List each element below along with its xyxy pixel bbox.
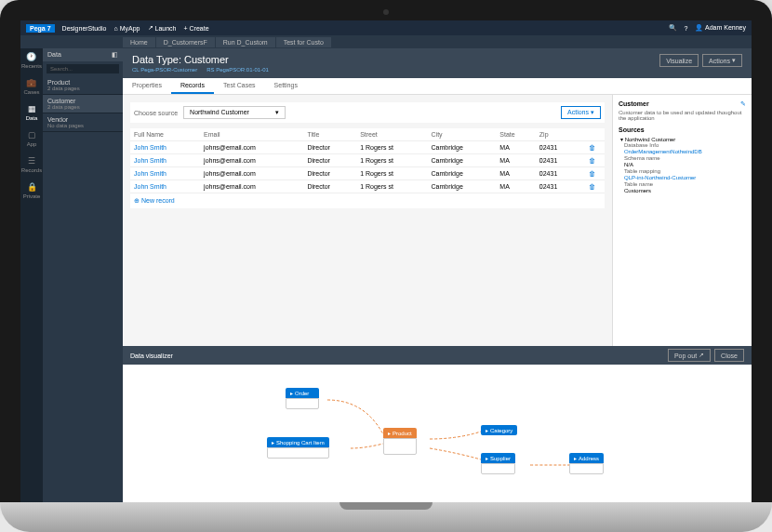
records-table: Full NameEmailTitleStreetCityStateZip Jo… xyxy=(130,128,605,193)
visualize-button[interactable]: Visualize xyxy=(659,54,699,67)
info-label: Schema name xyxy=(624,155,746,161)
table-cell: johns@email.com xyxy=(200,167,303,180)
tab-home[interactable]: Home xyxy=(123,37,155,47)
node-supplier[interactable]: ▸ Supplier Address xyxy=(481,453,515,474)
source-select[interactable]: Northwind Customer▾ xyxy=(183,106,286,119)
collapse-icon[interactable]: ◧ xyxy=(112,51,118,59)
table-header[interactable]: State xyxy=(496,128,536,141)
source-actions-button[interactable]: Actions ▾ xyxy=(561,106,601,119)
actions-button[interactable]: Actions ▾ xyxy=(702,54,742,67)
create-menu[interactable]: + Create xyxy=(183,25,208,32)
side-panel: Data ◧ Search... Product2 data pages Cus… xyxy=(43,48,123,502)
launch-menu[interactable]: ↗ Launch xyxy=(148,24,177,32)
delete-icon[interactable]: 🗑 xyxy=(580,180,605,193)
table-header[interactable]: City xyxy=(428,128,497,141)
table-header[interactable]: Full Name xyxy=(130,128,200,141)
table-cell: 02431 xyxy=(536,167,580,180)
tab-customers[interactable]: D_CustomersF xyxy=(156,37,215,47)
table-cell: 1 Rogers st xyxy=(356,141,427,154)
tab-test[interactable]: Test for Custo xyxy=(276,37,331,47)
work-tabs: Properties Records Test Cases Settings xyxy=(123,78,752,95)
table-cell: 1 Rogers st xyxy=(356,154,427,167)
app-icon: ▢ xyxy=(27,130,36,140)
node-cart[interactable]: ▸ Shopping Cart Item Product xyxy=(267,437,329,459)
table-cell: Cambridge xyxy=(428,167,497,180)
new-record-button[interactable]: ⊕ New record xyxy=(130,193,605,208)
search-input[interactable]: Search... xyxy=(47,64,119,73)
tab-settings[interactable]: Settings xyxy=(265,78,307,94)
table-cell: MA xyxy=(496,154,536,167)
myapp-menu[interactable]: ⌂ MyApp xyxy=(113,25,140,32)
table-cell: 1 Rogers st xyxy=(356,180,427,193)
rail-app[interactable]: ▢App xyxy=(27,130,37,147)
tab-properties[interactable]: Properties xyxy=(123,78,171,94)
help-icon[interactable]: ? xyxy=(685,25,688,32)
info-value: N/A xyxy=(624,162,746,167)
tab-bar: Home D_CustomersF Run D_Custom Test for … xyxy=(20,35,752,48)
table-header[interactable]: Street xyxy=(356,128,427,141)
node-order[interactable]: ▸ Order Products xyxy=(286,388,319,409)
content-header: Visualize Actions ▾ Data Type: Customer … xyxy=(123,48,752,78)
chevron-down-icon: ▾ xyxy=(275,109,279,116)
table-cell[interactable]: John Smith xyxy=(130,154,200,167)
table-header[interactable]: Zip xyxy=(536,128,580,141)
table-row: John Smithjohns@email.comDirector1 Roger… xyxy=(130,180,605,193)
clock-icon: 🕐 xyxy=(27,52,36,61)
lock-icon: 🔒 xyxy=(27,182,36,192)
rail-records[interactable]: ☰Records xyxy=(21,156,42,173)
briefcase-icon: 💼 xyxy=(27,78,36,87)
table-cell: 1 Rogers st xyxy=(356,167,427,180)
tab-records[interactable]: Records xyxy=(171,78,214,94)
info-title: Customer xyxy=(619,100,649,107)
table-row: John Smithjohns@email.comDirector1 Roger… xyxy=(130,154,605,167)
viz-canvas[interactable]: ▸ Order Products ▸ Shopping Cart Item Pr… xyxy=(123,365,752,502)
info-desc: Customer data to be used and updated tho… xyxy=(619,110,746,121)
edit-icon[interactable]: ✎ xyxy=(740,100,746,110)
table-cell: MA xyxy=(496,141,536,154)
table-cell: Director xyxy=(303,180,356,193)
close-button[interactable]: Close xyxy=(714,349,744,362)
table-cell[interactable]: John Smith xyxy=(130,141,200,154)
info-label: Database Info xyxy=(624,142,746,148)
table-cell: MA xyxy=(496,167,536,180)
table-header[interactable]: Title xyxy=(303,128,356,141)
table-cell: Director xyxy=(303,167,356,180)
node-category[interactable]: ▸ Category xyxy=(481,425,517,435)
tab-run[interactable]: Run D_Custom xyxy=(216,37,275,47)
table-cell: 02431 xyxy=(536,141,580,154)
side-item-vendor[interactable]: VendorNo data pages xyxy=(43,113,123,132)
popout-button[interactable]: Pop out ↗ xyxy=(668,349,711,362)
table-cell: Director xyxy=(303,154,356,167)
user-menu[interactable]: 👤 Adam Kenney xyxy=(695,24,746,32)
info-value[interactable]: OrderManagementNothwindDB xyxy=(624,149,746,154)
side-item-product[interactable]: Product2 data pages xyxy=(43,76,123,95)
sources-heading: Sources xyxy=(619,126,746,133)
delete-icon[interactable]: 🗑 xyxy=(580,154,605,167)
rail-data[interactable]: ▦Data xyxy=(26,104,38,121)
rail-cases[interactable]: 💼Cases xyxy=(23,78,39,95)
rail-private[interactable]: 🔒Private xyxy=(23,182,41,199)
table-cell: johns@email.com xyxy=(200,141,303,154)
data-visualizer: Data visualizer Pop out ↗ Close ▸ Order … xyxy=(123,346,752,502)
table-cell: 02431 xyxy=(536,154,580,167)
rail-recents[interactable]: 🕐Recents xyxy=(21,52,42,69)
info-value: Customers xyxy=(624,188,746,193)
grid-icon: ▦ xyxy=(27,104,36,113)
table-cell: Director xyxy=(303,141,356,154)
icon-rail: 🕐Recents 💼Cases ▦Data ▢App ☰Records 🔒Pri… xyxy=(20,48,43,502)
table-cell[interactable]: John Smith xyxy=(130,167,200,180)
table-cell: MA xyxy=(496,180,536,193)
delete-icon[interactable]: 🗑 xyxy=(580,167,605,180)
table-cell[interactable]: John Smith xyxy=(130,180,200,193)
table-header[interactable]: Email xyxy=(200,128,303,141)
node-address[interactable]: ▸ Address Phone xyxy=(569,453,604,474)
search-icon[interactable]: 🔍 xyxy=(669,24,677,32)
studio-name: DesignerStudio xyxy=(62,25,107,32)
delete-icon[interactable]: 🗑 xyxy=(580,141,605,154)
node-product[interactable]: ▸ Product CategorySupplier xyxy=(383,428,417,455)
tab-testcases[interactable]: Test Cases xyxy=(214,78,265,94)
table-row: John Smithjohns@email.comDirector1 Roger… xyxy=(130,141,605,154)
side-item-customer[interactable]: Customer2 data pages xyxy=(43,95,123,113)
viz-title: Data visualizer xyxy=(130,352,173,359)
info-value[interactable]: QLP-int-Northwind-Customer xyxy=(624,175,746,180)
